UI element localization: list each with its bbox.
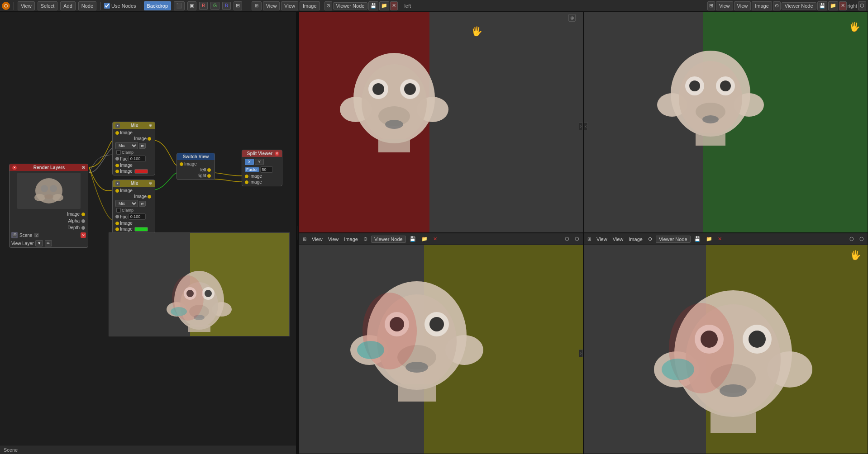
expand-tr[interactable]: ⬡	[858, 1, 866, 10]
monkey-br	[611, 236, 868, 440]
folder-btn-tr[interactable]: 📁	[828, 1, 838, 10]
viewer-bl-content[interactable]: ›	[299, 245, 583, 454]
mix1-img-socket[interactable]	[115, 164, 119, 167]
mix1-fac-value[interactable]: 0.100	[129, 156, 146, 162]
mix1-type-select[interactable]: Mix	[115, 142, 138, 149]
menu-view[interactable]: View	[18, 1, 35, 10]
node-canvas[interactable]: ✕ Render Layers ⊙	[0, 24, 298, 445]
menu-select[interactable]: Select	[38, 1, 58, 10]
mix1-clamp-label: Clamp	[122, 150, 134, 155]
channel-g[interactable]: G	[210, 2, 219, 10]
close-btn-tl[interactable]: ✕	[390, 1, 398, 10]
backdrop-image	[109, 232, 290, 336]
mix1-color-swatch[interactable]	[134, 169, 148, 174]
mix2-color-socket[interactable]	[115, 227, 119, 231]
mix1-icon: ⊙	[149, 123, 152, 128]
output-alpha-label: Alpha	[12, 218, 80, 223]
sv-image1-row: Image	[244, 173, 280, 179]
backdrop-btn[interactable]: Backdrop	[144, 1, 171, 10]
render-layers-close[interactable]: ✕	[12, 166, 17, 170]
save-btn-tl[interactable]: 💾	[368, 1, 378, 10]
viewer-top-left[interactable]: 🖐 ⊕ ›	[299, 12, 583, 233]
sv-img1-socket[interactable]	[245, 175, 248, 178]
view-btn2-tr[interactable]: View	[734, 1, 751, 10]
sv-in-socket[interactable]	[180, 162, 183, 166]
mix1-swap[interactable]: ⇄	[139, 143, 146, 149]
view-btn-tl[interactable]: View	[263, 1, 280, 10]
mix2-fac-value[interactable]: 0.100	[129, 213, 146, 220]
channel-r[interactable]: R	[199, 2, 208, 10]
scroll-right-tl[interactable]: ›	[579, 123, 583, 130]
channel-b[interactable]: B	[222, 2, 231, 10]
bl-expand[interactable]: ⬡	[563, 236, 571, 242]
output-alpha-socket[interactable]	[81, 219, 85, 223]
mix2-out-socket[interactable]	[148, 195, 151, 199]
mix2-clamp-cb[interactable]	[116, 208, 121, 213]
mix2-in-socket[interactable]	[115, 189, 119, 193]
view-btn-tr[interactable]: View	[716, 1, 733, 10]
scroll-left-tr[interactable]: ‹	[584, 123, 588, 130]
viewer-br-content[interactable]: 🖐	[584, 245, 868, 454]
menu-node[interactable]: Node	[78, 1, 96, 10]
app-root: ⬡ View Select Add Node Use Nodes Backdro…	[0, 0, 868, 454]
mix2-img-label2: Image	[120, 227, 133, 232]
mix2-fac-socket[interactable]	[115, 215, 119, 218]
svg-point-29	[385, 120, 403, 129]
viewer-top-right[interactable]: 🖐 ‹	[583, 12, 868, 233]
folder-btn-tl[interactable]: 📁	[379, 1, 389, 10]
close-btn-tr[interactable]: ✕	[839, 1, 847, 10]
br-view-btn[interactable]: View	[595, 236, 609, 242]
output-image-socket[interactable]	[81, 213, 85, 216]
mix1-out-socket[interactable]	[148, 137, 151, 141]
sep2	[100, 2, 100, 10]
sv-left-socket[interactable]	[207, 168, 211, 172]
bl-expand2[interactable]: ⬡	[573, 236, 581, 242]
split-viewer-close[interactable]: ✕	[275, 151, 279, 156]
format-btn[interactable]: ⊞	[234, 1, 242, 10]
view-btn2-tl[interactable]: View	[281, 1, 298, 10]
mix1-clamp-cb[interactable]	[116, 150, 121, 155]
br-icon-btn[interactable]: ⊞	[586, 236, 593, 242]
viewer-icon-tl[interactable]: ⊙	[324, 1, 332, 10]
mix1-fac-socket[interactable]	[115, 157, 119, 161]
scene-name: Scene	[19, 233, 32, 238]
mix1-type-row: Mix ⇄	[114, 142, 153, 150]
camera-tr: right	[848, 3, 857, 9]
image-btn-tl[interactable]: Image	[300, 1, 320, 10]
bl-icon-btn[interactable]: ⊞	[301, 236, 308, 242]
mix2-collapse[interactable]: ▼	[115, 181, 120, 186]
blender-logo[interactable]: ⬡	[2, 2, 10, 10]
axis-x-btn[interactable]: X	[245, 159, 254, 165]
mix2-color-swatch[interactable]	[134, 227, 148, 232]
view-menu-tl[interactable]: ⊞	[252, 1, 262, 10]
sv-factor-value[interactable]: 50	[260, 166, 273, 173]
image-btn-tr[interactable]: Image	[752, 1, 772, 10]
mix1-in-socket[interactable]	[115, 131, 119, 135]
scroll-right-bl[interactable]: ›	[579, 350, 583, 357]
sv-right-socket[interactable]	[207, 174, 211, 178]
mix1-color-socket[interactable]	[115, 170, 119, 173]
sv-img2-socket[interactable]	[245, 180, 248, 184]
status-text: Scene	[4, 447, 18, 453]
mix2-img-socket[interactable]	[115, 222, 119, 225]
zoom-icon-tl[interactable]: ⊕	[568, 14, 576, 22]
use-nodes-checkbox-label[interactable]: Use Nodes	[104, 3, 136, 9]
menu-add[interactable]: Add	[60, 1, 76, 10]
mix1-collapse[interactable]: ▼	[115, 123, 120, 128]
view-layer-dropdown[interactable]: ▼	[35, 240, 43, 246]
svg-rect-52	[398, 384, 436, 402]
viewer-icon-tr[interactable]: ⊙	[773, 1, 781, 10]
scene-close[interactable]: ✕	[81, 232, 86, 238]
mix2-swap[interactable]: ⇄	[139, 201, 146, 207]
node-editor-divider[interactable]	[296, 12, 298, 454]
backdrop-icon-btn2[interactable]: ▣	[187, 1, 196, 10]
view-icon-tr[interactable]: ⊞	[707, 1, 715, 10]
save-btn-tr[interactable]: 💾	[817, 1, 827, 10]
output-depth-socket[interactable]	[81, 226, 85, 230]
backdrop-icon-btn[interactable]: ⬛	[174, 1, 185, 10]
axis-y-btn[interactable]: Y	[255, 159, 264, 165]
mix2-type-select[interactable]: Mix	[115, 200, 138, 207]
view-layer-edit[interactable]: ✏	[45, 240, 52, 246]
use-nodes-checkbox[interactable]	[104, 3, 110, 9]
mix2-output-image: Image	[114, 194, 153, 199]
